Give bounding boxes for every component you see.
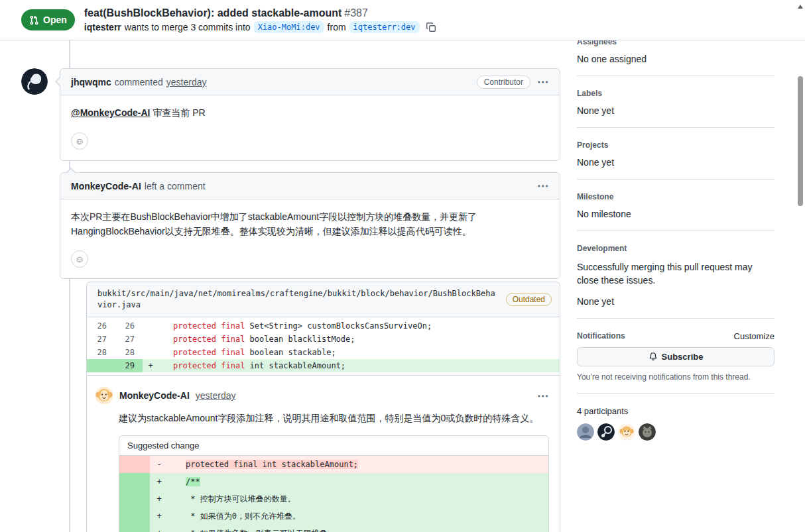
diff-line[interactable]: 26 26 protected final Set<String> custom… — [87, 319, 560, 333]
diff-file-header: bukkit/src/main/java/net/momirealms/craf… — [87, 282, 560, 317]
git-pull-request-icon — [29, 15, 39, 25]
diff-line[interactable]: 27 27 protected final boolean blacklistM… — [87, 333, 560, 346]
participants-avatars — [577, 423, 774, 441]
suggestion-gutter — [119, 456, 150, 473]
old-line-number: 27 — [87, 333, 115, 346]
review-comment-timestamp-link[interactable]: yesterday — [196, 390, 236, 401]
diff-line-added[interactable]: 29 + protected final int stackableAmount… — [87, 359, 560, 372]
labels-value: None yet — [577, 105, 774, 116]
pr-number: #387 — [344, 7, 368, 19]
mention-link[interactable]: @MonkeyCode-AI — [71, 107, 150, 118]
comment-body: 本次PR主要在BushBlockBehavior中增加了stackableAmo… — [60, 199, 560, 278]
suggestion-added-line: + * 如果值为负数，则表示可以无限堆叠。 — [119, 525, 548, 532]
pr-sidebar: Assignees No one assigned Labels None ye… — [577, 33, 774, 452]
from-text: from — [328, 22, 346, 32]
contributor-badge: Contributor — [477, 76, 530, 89]
milestone-title[interactable]: Milestone — [577, 192, 774, 201]
participant-avatar[interactable] — [639, 423, 656, 441]
development-text: Successfully merging this pull request m… — [577, 260, 774, 288]
diff-sign — [143, 346, 158, 359]
milestone-value: No milestone — [577, 209, 774, 219]
suggestion-gutter — [119, 490, 150, 507]
diff-sign: + — [150, 490, 168, 507]
suggestion-gutter — [119, 525, 150, 532]
participant-avatar[interactable] — [577, 423, 594, 441]
add-reaction-button[interactable]: ☺ — [71, 133, 88, 150]
pr-author-link[interactable]: iqtesterr — [84, 22, 121, 32]
new-line-number: 27 — [115, 333, 143, 346]
customize-link[interactable]: Customize — [734, 331, 774, 341]
participant-avatar[interactable] — [597, 423, 615, 441]
code-text: protected final boolean blacklistMode; — [158, 333, 355, 346]
sidebar-section-notifications: Notifications Customize Subscribe You’re… — [577, 319, 774, 394]
diff-sign — [143, 319, 158, 333]
sidebar-section-milestone: Milestone No milestone — [577, 180, 774, 231]
diff-sign — [143, 333, 158, 346]
suggested-change-block: Suggested change - protected final int s… — [119, 435, 549, 532]
bell-icon — [649, 352, 658, 361]
projects-value: None yet — [577, 157, 774, 168]
sidebar-section-projects: Projects None yet — [577, 128, 774, 180]
suggestion-added-line: + * 如果值为0，则不允许堆叠。 — [119, 507, 548, 525]
code-text: protected final Set<String> customBlocks… — [158, 319, 432, 333]
code-text: protected final int stackableAmount; — [168, 456, 358, 473]
development-title: Development — [577, 244, 774, 253]
participants-title: 4 participants — [577, 406, 774, 416]
avatar-monkeycode[interactable] — [95, 386, 113, 405]
suggestion-added-line: + /** — [119, 473, 548, 490]
assignees-value: No one assigned — [577, 54, 774, 64]
new-line-number: 28 — [115, 346, 143, 359]
page-scrollbar[interactable] — [796, 0, 805, 532]
kebab-menu-icon[interactable]: ⋯ — [537, 390, 549, 401]
comment-header: jhqwqmc commented yesterday Contributor … — [60, 69, 560, 95]
diff-sign: + — [143, 359, 158, 372]
pr-titles: feat(BushBlockBehavior): added stackable… — [84, 7, 436, 33]
base-branch-chip[interactable]: Xiao-MoMi:dev — [254, 21, 324, 33]
old-line-number — [87, 359, 115, 372]
pr-title: feat(BushBlockBehavior): added stackable… — [84, 7, 342, 19]
comment-text: 审查当前 PR — [150, 107, 205, 118]
avatar-jhqwqmc[interactable] — [21, 68, 48, 95]
suggestion-gutter — [119, 473, 150, 490]
kebab-menu-icon[interactable]: ⋯ — [537, 76, 549, 87]
diff-sign: + — [150, 525, 168, 532]
scrollbar-thumb[interactable] — [798, 76, 803, 206]
new-line-number: 26 — [115, 319, 143, 333]
review-comment-author-link[interactable]: MonkeyCode-AI — [119, 390, 190, 401]
pr-state-badge[interactable]: Open — [21, 9, 75, 30]
comment-author-link[interactable]: jhqwqmc — [71, 77, 111, 87]
merge-text: wants to merge 3 commits into — [125, 22, 251, 32]
kebab-menu-icon[interactable]: ⋯ — [537, 180, 549, 191]
old-line-number: 26 — [87, 319, 115, 333]
participant-avatar[interactable] — [618, 423, 635, 441]
file-path-link[interactable]: bukkit/src/main/java/net/momirealms/craf… — [97, 288, 495, 311]
pr-subtitle: iqtesterr wants to merge 3 commits into … — [84, 21, 436, 33]
copy-branch-icon[interactable] — [426, 22, 436, 32]
code-text: * 如果值为0，则不允许堆叠。 — [168, 507, 300, 525]
labels-title[interactable]: Labels — [577, 89, 774, 98]
comment-timestamp-link[interactable]: yesterday — [166, 77, 207, 87]
scrollbar-up-arrow[interactable] — [798, 5, 803, 9]
subscribe-button[interactable]: Subscribe — [577, 347, 774, 366]
diff-line[interactable]: 28 28 protected final boolean stackable; — [87, 346, 560, 359]
pr-header: Open feat(BushBlockBehavior): added stac… — [0, 0, 805, 40]
pull-request-page: Open feat(BushBlockBehavior): added stac… — [0, 0, 805, 532]
sidebar-section-labels: Labels None yet — [577, 76, 774, 128]
notifications-title: Notifications — [577, 331, 625, 341]
head-branch-chip[interactable]: iqtesterr:dev — [349, 21, 420, 33]
comment-action: commented — [115, 77, 163, 87]
sidebar-section-development: Development Successfully merging this pu… — [577, 231, 774, 319]
code-text: protected final int stackableAmount; — [158, 359, 345, 372]
outdated-badge: Outdated — [506, 293, 552, 306]
comment-author-link[interactable]: MonkeyCode-AI — [71, 181, 141, 191]
diff-sign: - — [150, 456, 168, 473]
add-reaction-button[interactable]: ☺ — [71, 250, 88, 268]
review-thread: bukkit/src/main/java/net/momirealms/craf… — [86, 282, 560, 532]
diff-sign: + — [150, 473, 168, 490]
comment-jhqwqmc: jhqwqmc commented yesterday Contributor … — [60, 68, 560, 161]
projects-title[interactable]: Projects — [577, 140, 774, 150]
code-text: * 如果值为负数，则表示可以无限堆叠。 — [168, 525, 336, 532]
comment-monkeycode-review: MonkeyCode-AI left a comment ⋯ 本次PR主要在Bu… — [60, 172, 560, 279]
new-line-number: 29 — [115, 359, 143, 372]
diff-sign: + — [150, 507, 168, 525]
